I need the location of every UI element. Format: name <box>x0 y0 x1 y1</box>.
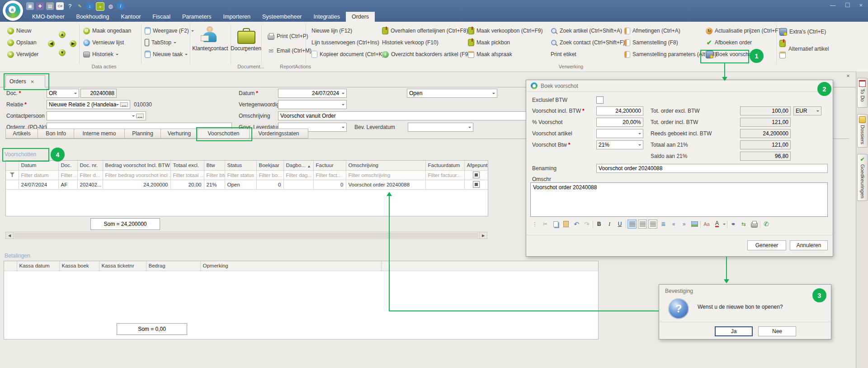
outdent-icon[interactable]: « <box>669 220 678 229</box>
make-pick-note-button[interactable]: Maak pickbon <box>468 38 510 47</box>
csharp-icon[interactable]: C# <box>56 2 64 10</box>
copy-icon[interactable] <box>551 220 560 229</box>
genereer-button[interactable]: Genereer <box>747 240 786 250</box>
fetch-quote-lines-button[interactable]: Overhalen offertelijnen (Ctrl+F8) <box>382 26 468 35</box>
bullet-list-icon[interactable]: ≣ <box>659 220 668 229</box>
exclusief-btw-checkbox[interactable] <box>596 96 604 104</box>
info-icon[interactable]: i <box>117 2 124 10</box>
bell-icon[interactable]: ◍ <box>107 2 114 10</box>
drag-handle-icon[interactable]: ⋮ <box>530 220 539 229</box>
underline-icon[interactable]: U <box>615 220 624 229</box>
relatie-browse-button[interactable]: … <box>120 102 128 107</box>
alternative-article-button[interactable]: Alternatief artikel <box>788 44 829 53</box>
scroll-left-icon[interactable]: ◀ <box>6 232 14 239</box>
voorschotten-grid[interactable]: Datum Doc. Doc. nr. Bedrag voorschot Inc… <box>5 160 488 216</box>
download-icon[interactable]: ↓ <box>86 2 94 10</box>
contactpersoon-browse-button[interactable]: … <box>136 114 144 118</box>
menu-boekhouding[interactable]: Boekhouding <box>71 12 115 22</box>
paste-icon[interactable] <box>561 220 571 229</box>
sidebar-tab-goedkeuringen[interactable]: ✔ Goedkeuringen <box>857 154 868 201</box>
writeoff-order-button[interactable]: ✔Afboeken order <box>706 38 752 47</box>
print-label-button[interactable]: Print etiket <box>551 50 576 59</box>
email-button[interactable]: ✉Email (Ctrl+M) <box>268 46 311 55</box>
tabstop-button[interactable]: TabStop <box>145 38 176 47</box>
calculator-icon[interactable]: ▤ <box>46 2 54 10</box>
dialog-titlebar[interactable]: Boek voorschot <box>526 80 833 92</box>
pin-icon[interactable]: ✎ <box>76 2 84 10</box>
status-select[interactable]: Open <box>407 89 497 98</box>
contactpersoon-select[interactable]: … <box>47 111 146 120</box>
menu-kmo-beheer[interactable]: KMO-beheer <box>26 12 71 22</box>
history-button[interactable]: Historiek <box>83 50 118 59</box>
new-task-button[interactable]: Nieuwe taak <box>145 50 188 59</box>
align-right-icon[interactable] <box>648 220 657 229</box>
menu-systeembeheer[interactable]: Systeembeheer <box>256 12 308 22</box>
search-article-button[interactable]: Zoek artikel (Ctrl+Shift+A) <box>551 26 622 35</box>
new-window-icon[interactable]: ＋ <box>96 2 104 11</box>
doc-type-select[interactable]: OR <box>47 89 79 98</box>
nav-prev-button[interactable]: ◀ <box>48 39 55 48</box>
voorschot-btw-select[interactable]: 21% <box>596 140 643 149</box>
annuleren-button[interactable]: Annuleren <box>790 240 828 250</box>
add-contact-icon[interactable]: ✚ <box>36 2 44 10</box>
close-button[interactable]: × <box>859 2 863 9</box>
ja-button[interactable]: Ja <box>715 326 753 336</box>
menu-parameters[interactable]: Parameters <box>176 12 217 22</box>
align-left-icon[interactable] <box>627 220 637 229</box>
menu-importeren[interactable]: Importeren <box>217 12 256 22</box>
save-button[interactable]: ▪Opslaan <box>7 38 37 47</box>
nav-down-button[interactable]: ▼ <box>59 48 66 57</box>
make-sales-note-button[interactable]: Maak verkoopbon (Ctrl+F9) <box>468 26 542 35</box>
tab-vorderingsstaten[interactable]: Vorderingsstaten <box>250 129 308 139</box>
menu-orders[interactable]: Orders <box>346 12 375 22</box>
replace-icon[interactable]: ⇆ <box>739 220 748 229</box>
relatie-select[interactable]: Nieuwe Relatie 2 (Handelaar)… <box>47 100 130 109</box>
align-center-icon[interactable] <box>638 220 647 229</box>
datum-select[interactable]: 24/07/2024 <box>278 89 347 98</box>
tab-planning[interactable]: Planning <box>125 129 161 139</box>
new-line-button[interactable]: Nieuwe lijn (F12) <box>311 26 352 35</box>
font-size-icon[interactable]: Aa <box>702 220 711 229</box>
voorschotten-header-row[interactable]: Datum Doc. Doc. nr. Bedrag voorschot Inc… <box>6 161 488 170</box>
bev-leverdatum-select[interactable] <box>408 123 473 132</box>
voorschot-artikel-select[interactable] <box>596 129 643 138</box>
composition-button[interactable]: Samenstelling (F8) <box>624 38 678 47</box>
italic-icon[interactable]: I <box>605 220 614 229</box>
view-button[interactable]: Weergave (F2) <box>145 26 194 35</box>
make-appointment-button[interactable]: Maak afspraak <box>468 50 512 59</box>
print-button[interactable]: Print (Ctrl+P) <box>268 32 308 41</box>
insert-image-icon[interactable] <box>690 220 699 229</box>
voorschotten-hscrollbar[interactable]: ◀ ▶ <box>5 232 487 239</box>
dimensions-button[interactable]: Afmetingen (Ctrl+A) <box>624 26 680 35</box>
tab-artikels[interactable]: Artikels <box>5 129 38 139</box>
font-color-icon[interactable]: A <box>712 220 722 229</box>
undo-icon[interactable]: ↶ <box>572 220 581 229</box>
minimize-button[interactable]: — <box>830 2 836 9</box>
nav-up-button[interactable]: ▲ <box>59 30 66 39</box>
find-icon[interactable]: ⚭ <box>729 220 738 229</box>
indent-icon[interactable]: » <box>679 220 689 229</box>
phone-icon[interactable]: ✆ <box>762 220 771 229</box>
search-contact-button[interactable]: Zoek contact (Ctrl+Shift+F) <box>551 38 625 47</box>
betalingen-header-row[interactable]: Kassa datum Kassa boek Kassa ticketnr Be… <box>4 261 598 271</box>
extras-button[interactable]: Extra's (Ctrl+E) <box>779 27 826 36</box>
insert-line-button[interactable]: Lijn tussenvoegen (Ctrl+Ins) <box>311 38 379 47</box>
afgepunt-checkbox[interactable] <box>473 181 480 188</box>
doc-number-field[interactable]: 20240088 <box>80 89 117 98</box>
menu-kantoor[interactable]: Kantoor <box>115 12 147 22</box>
benaming-field[interactable]: Voorschot order 20240088 <box>596 164 828 173</box>
currency-select[interactable]: EUR <box>793 106 821 115</box>
nav-next-button[interactable]: ▶ <box>70 39 76 48</box>
copy-document-button[interactable]: Kopieer document (Ctrl+K) <box>311 50 384 59</box>
tab-interne-memo[interactable]: Interne memo <box>74 129 125 139</box>
klantencontact-button[interactable]: Klantencontact <box>190 22 231 72</box>
new-button[interactable]: ＋Nieuw <box>7 26 31 35</box>
backorders-overview-button[interactable]: iOverzicht backorders artikel (F9) <box>382 50 470 59</box>
betalingen-grid[interactable]: Kassa datum Kassa boek Kassa ticketnr Be… <box>4 261 599 339</box>
omschr-textarea[interactable]: Voorschot order 20240088 <box>530 182 828 217</box>
nee-button[interactable]: Nee <box>758 326 796 336</box>
vertegenwoordiger-select[interactable] <box>278 100 347 109</box>
voorschotten-data-row[interactable]: 24/07/2024 AF 202402... 24,200000 20,00 … <box>6 180 488 189</box>
tab-verhuring[interactable]: Verhuring <box>161 129 198 139</box>
print-icon[interactable] <box>750 220 759 229</box>
